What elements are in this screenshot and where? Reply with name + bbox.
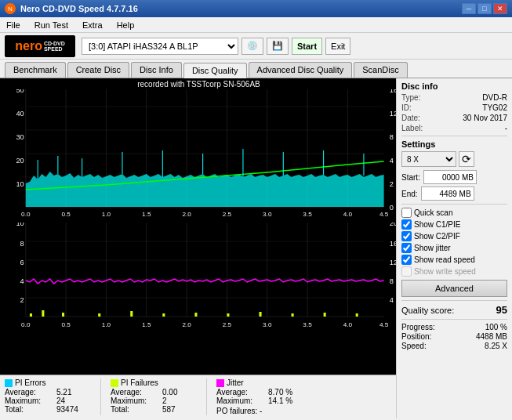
show-read-speed-row: Show read speed [401,255,507,265]
svg-text:20: 20 [16,157,24,165]
svg-text:4: 4 [390,157,394,165]
jitter-legend-label: Jitter [227,378,244,387]
close-button[interactable]: ✕ [493,3,507,14]
save-button[interactable]: 💾 [267,38,289,55]
menu-help[interactable]: Help [114,19,138,31]
quality-score-value: 95 [496,304,507,316]
tab-benchmark[interactable]: Benchmark [5,62,66,78]
chart-title: recorded with TSSTcorp SN-506AB [2,80,396,89]
svg-text:10: 10 [16,180,24,188]
show-c1-pie-checkbox[interactable] [401,219,412,230]
jitter-stats: Jitter Average: 8.70 % Maximum: 14.1 % P… [216,378,303,415]
menu-file[interactable]: File [3,19,24,31]
end-mb-input[interactable] [421,186,474,201]
svg-text:4.0: 4.0 [343,211,353,218]
quick-scan-row: Quick scan [401,208,507,218]
svg-text:2.5: 2.5 [223,211,232,218]
svg-text:4.0: 4.0 [343,321,353,328]
pi-errors-total-value: 93474 [56,405,78,414]
drive-selector[interactable]: [3:0] ATAPI iHAS324 A BL1P [82,38,238,55]
svg-text:12: 12 [390,259,396,266]
pi-errors-total-label: Total: [5,405,52,414]
svg-rect-89 [292,313,294,317]
tab-advanced-disc-quality[interactable]: Advanced Disc Quality [249,62,353,78]
settings-title: Settings [401,139,507,149]
start-mb-label: Start: [401,173,420,182]
svg-rect-90 [324,313,326,317]
show-jitter-label: Show jitter [414,244,451,252]
eject-button[interactable]: 💿 [241,38,263,55]
quick-scan-checkbox[interactable] [401,208,412,218]
svg-text:8: 8 [390,133,394,141]
show-write-speed-checkbox [401,266,412,277]
jitter-legend-box [216,379,224,387]
speed-label: Speed: [401,342,427,350]
svg-text:40: 40 [16,110,24,118]
tab-disc-info[interactable]: Disc Info [131,62,182,78]
pi-failures-max-value: 2 [162,396,167,405]
position-label: Position: [401,332,431,341]
speed-selector[interactable]: 8 X [401,151,456,167]
svg-text:4: 4 [390,296,394,304]
top-chart: 50 40 30 20 10 16 12 8 4 2 0 0.0 0.5 1.0 [2,89,396,221]
show-read-speed-label: Show read speed [414,255,475,264]
bottom-stats: PI Errors Average: 5.21 Maximum: 24 Tota… [0,375,396,418]
pi-errors-max-label: Maximum: [5,396,52,405]
quick-scan-label: Quick scan [414,208,452,217]
disc-label-value: - [505,124,507,132]
menu-bar: File Run Test Extra Help [0,17,512,33]
quality-score-row: Quality score: 95 [401,304,507,316]
progress-value: 100 % [485,323,507,331]
start-mb-input[interactable] [423,170,477,184]
svg-text:3.5: 3.5 [303,321,312,328]
svg-text:12: 12 [390,110,396,118]
app-icon: N [5,3,16,14]
tab-create-disc[interactable]: Create Disc [67,62,129,78]
exit-button[interactable]: Exit [325,38,350,55]
show-write-speed-row: Show write speed [401,266,507,277]
pi-errors-avg-label: Average: [5,388,52,396]
bottom-chart: 10 8 6 4 2 20 16 12 8 4 0.0 0.5 1.0 1.5 [2,223,396,332]
svg-rect-84 [130,311,133,317]
pi-failures-legend-box [111,379,118,387]
minimize-button[interactable]: ─ [462,3,476,14]
title-bar: N Nero CD-DVD Speed 4.7.7.16 ─ □ ✕ [0,0,512,17]
tab-disc-quality[interactable]: Disc Quality [183,63,247,78]
show-c1-pie-label: Show C1/PIE [414,220,460,229]
advanced-button[interactable]: Advanced [401,280,507,297]
disc-label-key: Label: [401,124,423,132]
svg-text:16: 16 [390,89,396,94]
disc-date-value: 30 Nov 2017 [463,114,507,122]
svg-text:8: 8 [20,240,24,248]
svg-text:10: 10 [16,223,24,227]
svg-text:6: 6 [20,259,24,266]
tab-scan-disc[interactable]: ScanDisc [354,62,407,78]
pi-failures-total-label: Total: [111,405,158,414]
disc-info-title: Disc info [401,81,507,91]
refresh-button[interactable]: ⟳ [459,151,474,167]
pi-failures-avg-label: Average: [111,388,158,396]
svg-text:4: 4 [20,277,24,285]
show-jitter-checkbox[interactable] [401,243,412,253]
divider-1 [401,136,507,136]
jitter-max-label: Maximum: [216,396,263,405]
pi-errors-legend-box [5,379,13,387]
show-read-speed-checkbox[interactable] [401,255,412,265]
start-button[interactable]: Start [292,38,322,55]
disc-id-value: TYG02 [482,103,507,112]
menu-extra[interactable]: Extra [79,19,106,31]
svg-text:3.5: 3.5 [303,211,312,218]
divider-3 [401,300,507,301]
jitter-avg-label: Average: [216,388,263,396]
maximize-button[interactable]: □ [478,3,492,14]
show-c2-pif-checkbox[interactable] [401,231,412,241]
menu-run-test[interactable]: Run Test [31,19,71,31]
show-c1-pie-row: Show C1/PIE [401,219,507,230]
position-value: 4488 MB [476,332,507,341]
svg-rect-85 [162,313,165,317]
svg-text:20: 20 [390,223,396,227]
disc-id-key: ID: [401,103,412,112]
disc-label-row: Label: - [401,124,507,132]
svg-text:2.0: 2.0 [182,211,191,218]
pi-errors-avg-value: 5.21 [56,388,71,396]
